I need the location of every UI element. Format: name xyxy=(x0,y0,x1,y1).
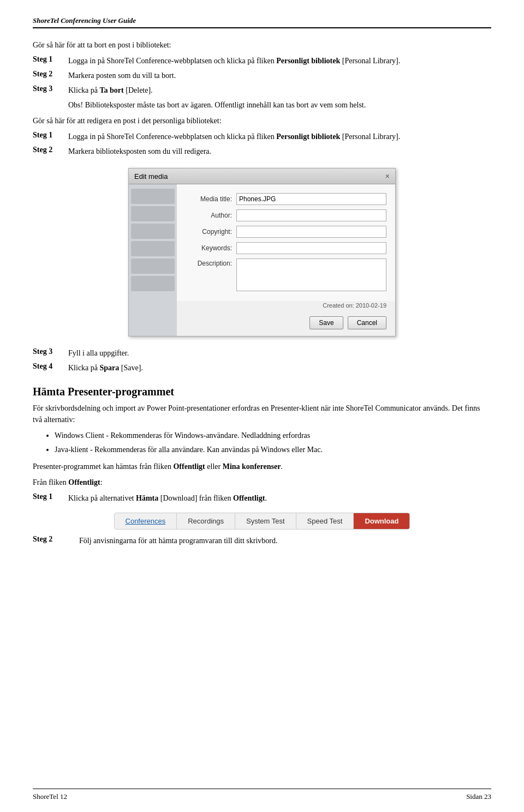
tab-bar: Conferences Recordings System Test Speed… xyxy=(114,513,410,530)
section2-intro: Gör så här för att redigera en post i de… xyxy=(33,115,491,127)
dialog-title-bar: Edit media × xyxy=(129,169,395,184)
step-label-1: Steg 1 xyxy=(33,55,68,64)
step-after-3: Steg 3 Fyll i alla uppgifter. xyxy=(33,347,491,359)
step-content-2: Markera posten som du vill ta bort. xyxy=(68,70,491,81)
dialog-wrapper: Edit media × Media title: xyxy=(33,168,491,336)
para2-bold1: Offentligt xyxy=(173,462,205,471)
dialog-created-date: Created on: 2010-02-19 xyxy=(177,301,395,312)
dialog-cancel-button[interactable]: Cancel xyxy=(348,316,386,329)
dialog-close-button[interactable]: × xyxy=(385,172,390,181)
step-edit-content-2: Markera biblioteksposten som du vill red… xyxy=(68,146,491,157)
step-delete-3: Steg 3 Klicka på Ta bort [Delete]. xyxy=(33,85,491,96)
footer-right: Sidan 23 xyxy=(466,792,491,801)
dialog-sidebar-blur xyxy=(129,184,177,336)
field-label-keywords: Keywords: xyxy=(186,244,232,252)
step-delete-2: Steg 2 Markera posten som du vill ta bor… xyxy=(33,70,491,81)
step-download-content-1: Klicka på alternativet Hämta [Download] … xyxy=(68,492,491,504)
step-edit-label-1: Steg 1 xyxy=(33,131,68,140)
edit-media-dialog: Edit media × Media title: xyxy=(128,168,396,336)
step-after-label-4: Steg 4 xyxy=(33,362,68,371)
step-after-label-3: Steg 3 xyxy=(33,347,68,356)
bullet-list-presenter: Windows Client - Rekommenderas för Windo… xyxy=(55,430,491,456)
section1-intro: Gör så här för att ta bort en post i bib… xyxy=(33,39,491,51)
note-block-1: Obs! Biblioteksposter måste tas bort av … xyxy=(68,99,491,111)
note-text: Obs! Biblioteksposter måste tas bort av … xyxy=(68,101,366,109)
sidebar-blur-item-3 xyxy=(131,224,175,239)
tab-speed-test[interactable]: Speed Test xyxy=(296,513,354,529)
dialog-body: Media title: Author: Copyright: Key xyxy=(177,184,395,301)
step-download-2: Steg 2 Följ anvisningarna för att hämta … xyxy=(33,535,491,546)
step-label-3: Steg 3 xyxy=(33,85,68,93)
header-title: ShoreTel Conferencing User Guide xyxy=(33,16,136,25)
dialog-side-content: Media title: Author: Copyright: Key xyxy=(129,184,395,336)
field-label-copyright: Copyright: xyxy=(186,228,232,236)
sidebar-blur-item-2 xyxy=(131,206,175,221)
tab-system-test[interactable]: System Test xyxy=(235,513,296,529)
footer-left: ShoreTel 12 xyxy=(33,792,67,801)
step-edit-content-1: Logga in på ShoreTel Conference-webbplat… xyxy=(68,131,491,142)
field-input-author[interactable] xyxy=(236,209,386,221)
step-label-2: Steg 2 xyxy=(33,70,68,79)
field-textarea-description[interactable] xyxy=(236,258,386,291)
step-delete-1: Steg 1 Logga in på ShoreTel Conference-w… xyxy=(33,55,491,67)
field-row-author: Author: xyxy=(186,209,386,221)
dialog-main-fields: Media title: Author: Copyright: Key xyxy=(177,184,395,336)
tab-conferences[interactable]: Conferences xyxy=(115,513,177,529)
tab-bar-wrapper: Conferences Recordings System Test Speed… xyxy=(33,513,491,530)
field-row-description: Description: xyxy=(186,258,386,291)
field-row-media-title: Media title: xyxy=(186,193,386,205)
field-row-copyright: Copyright: xyxy=(186,226,386,238)
step-edit-1: Steg 1 Logga in på ShoreTel Conference-w… xyxy=(33,131,491,142)
step-after-content-4: Klicka på Spara [Save]. xyxy=(68,362,491,374)
step-content-1: Logga in på ShoreTel Conference-webbplat… xyxy=(68,55,491,67)
step-download-label-1: Steg 1 xyxy=(33,492,68,501)
sidebar-blur-item-6 xyxy=(131,276,175,291)
step-after-4: Steg 4 Klicka på Spara [Save]. xyxy=(33,362,491,374)
step-content-3: Klicka på Ta bort [Delete]. xyxy=(68,85,491,96)
step-download-1: Steg 1 Klicka på alternativet Hämta [Dow… xyxy=(33,492,491,504)
dialog-title: Edit media xyxy=(134,172,168,181)
section-presenter-para1: För skrivbordsdelning och import av Powe… xyxy=(33,402,491,425)
step-after-content-3: Fyll i alla uppgifter. xyxy=(68,347,491,359)
page-footer: ShoreTel 12 Sidan 23 xyxy=(33,789,491,801)
field-input-keywords[interactable] xyxy=(236,242,386,254)
bullet-item-1: Windows Client - Rekommenderas för Windo… xyxy=(55,430,491,442)
para3-part1: Från fliken xyxy=(33,478,68,486)
para2-part1: Presenter-programmet kan hämtas från fli… xyxy=(33,462,173,471)
step-edit-label-2: Steg 2 xyxy=(33,146,68,154)
step-download-content-2: Följ anvisningarna för att hämta program… xyxy=(79,535,491,546)
field-input-media-title[interactable] xyxy=(236,193,386,205)
para2-part2: eller xyxy=(205,462,223,471)
para3-end: : xyxy=(100,478,103,486)
dialog-footer: Save Cancel xyxy=(177,312,395,336)
tab-recordings[interactable]: Recordings xyxy=(177,513,235,529)
tab-download[interactable]: Download xyxy=(354,513,409,529)
page-header: ShoreTel Conferencing User Guide xyxy=(33,16,491,28)
section-presenter-para2: Presenter-programmet kan hämtas från fli… xyxy=(33,461,491,472)
sidebar-blur-item-5 xyxy=(131,258,175,274)
dialog-save-button[interactable]: Save xyxy=(309,316,343,329)
sidebar-blur-item-1 xyxy=(131,189,175,204)
field-label-description: Description: xyxy=(186,258,232,267)
step-edit-2: Steg 2 Markera biblioteksposten som du v… xyxy=(33,146,491,157)
para3-bold: Offentligt xyxy=(68,478,100,486)
field-label-media-title: Media title: xyxy=(186,195,232,203)
sidebar-blur-item-4 xyxy=(131,241,175,256)
field-row-keywords: Keywords: xyxy=(186,242,386,254)
field-label-author: Author: xyxy=(186,212,232,219)
field-input-copyright[interactable] xyxy=(236,226,386,238)
para2-end: . xyxy=(281,462,283,471)
section-heading-presenter: Hämta Presenter-programmet xyxy=(33,386,491,398)
step-spacer xyxy=(68,535,79,544)
section-presenter-para3: Från fliken Offentligt: xyxy=(33,477,491,488)
bullet-item-2: Java-klient - Rekommenderas för alla anv… xyxy=(55,444,491,456)
step-download-label-2: Steg 2 xyxy=(33,535,68,544)
para2-bold2: Mina konferenser xyxy=(223,462,281,471)
